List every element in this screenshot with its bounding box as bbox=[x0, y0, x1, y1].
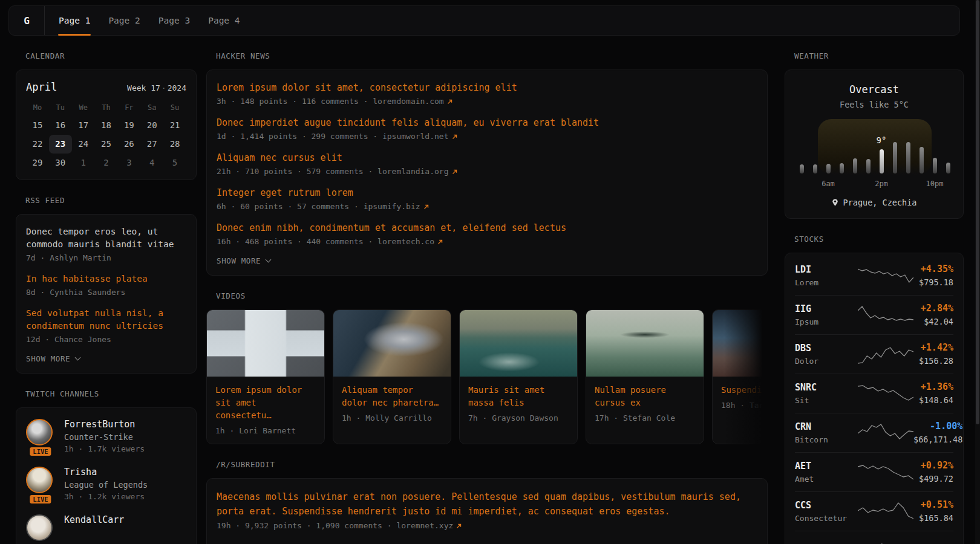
stock-symbol: IIG bbox=[795, 303, 858, 314]
stock-symbol-block: SNRCSit bbox=[795, 382, 858, 405]
hn-item-title[interactable]: Donec enim nibh, condimentum et accumsan… bbox=[217, 221, 757, 235]
rss-show-more-label: SHOW MORE bbox=[26, 354, 70, 363]
rss-item: Donec tempor eros leo, ut commodo mauris… bbox=[26, 225, 186, 262]
video-meta: 17h · Stefan Cole bbox=[595, 413, 695, 423]
twitch-card: LIVEForrestBurtonCounter-Strike1h · 1.7k… bbox=[16, 407, 197, 544]
rss-item: In hac habitasse platea8d · Cynthia Saun… bbox=[26, 273, 186, 297]
stock-symbol-block: LDILorem bbox=[795, 264, 858, 287]
calendar-day-header: We bbox=[72, 99, 95, 116]
video-thumbnail bbox=[713, 310, 768, 377]
tab-page-1[interactable]: Page 1 bbox=[50, 6, 99, 35]
calendar-day: 19 bbox=[117, 116, 140, 135]
stock-change: +0.92% bbox=[913, 460, 953, 471]
stock-row[interactable]: DBSDolor+1.42%$156.28 bbox=[795, 335, 953, 374]
scrollbar[interactable] bbox=[975, 0, 980, 544]
calendar-day: 22 bbox=[26, 135, 49, 154]
twitch-channel-name: ForrestBurton bbox=[64, 419, 145, 430]
video-meta: 1h · Molly Carrillo bbox=[342, 413, 442, 423]
hn-item: Donec enim nibh, condimentum et accumsan… bbox=[217, 221, 757, 246]
stock-row[interactable]: SNRCSit+1.36%$148.64 bbox=[795, 374, 953, 413]
stock-sparkline bbox=[858, 343, 913, 366]
hn-show-more-button[interactable]: SHOW MORE bbox=[217, 256, 270, 265]
calendar-day-header: Tu bbox=[49, 99, 72, 116]
hn-item: Aliquam nec cursus elit21h · 710 points … bbox=[217, 151, 757, 176]
stock-symbol: AET bbox=[795, 461, 858, 471]
stock-row[interactable]: LDILorem+4.35%$795.18 bbox=[795, 256, 953, 296]
calendar-day-header: Fr bbox=[117, 99, 140, 116]
twitch-channel-info: ForrestBurtonCounter-Strike1h · 1.7k vie… bbox=[64, 419, 145, 453]
weather-bar bbox=[813, 164, 817, 173]
video-card[interactable]: Nullam posuere cursus ex17h · Stefan Col… bbox=[586, 309, 704, 444]
video-card[interactable]: Lorem ipsum dolor sit amet consectetu…1h… bbox=[206, 309, 325, 444]
hn-item-meta: 3h · 148 points · 116 comments · loremdo… bbox=[217, 97, 757, 106]
calendar-week-year: Week 17·2024 bbox=[127, 83, 186, 92]
hn-item-title[interactable]: Integer eget rutrum lorem bbox=[217, 186, 757, 199]
calendar-day-headers: MoTuWeThFrSaSu bbox=[26, 99, 186, 116]
subreddit-section-title: /R/SUBREDDIT bbox=[216, 460, 768, 469]
app-logo[interactable]: G bbox=[9, 6, 44, 35]
calendar-day: 23 bbox=[49, 135, 72, 154]
page-tabs: Page 1Page 2Page 3Page 4 bbox=[50, 6, 249, 35]
scrollbar-thumb[interactable] bbox=[976, 0, 979, 424]
rss-card: Donec tempor eros leo, ut commodo mauris… bbox=[16, 214, 197, 374]
calendar-week-label: Week 17 bbox=[127, 83, 160, 92]
left-column: CALENDAR April Week 17·2024 MoTuWeThFrSa… bbox=[16, 51, 197, 544]
hn-show-more-label: SHOW MORE bbox=[217, 256, 261, 265]
external-link-icon bbox=[452, 134, 457, 140]
stock-row[interactable]: CCSConsectetur+0.51%$165.84 bbox=[795, 492, 953, 531]
stock-row[interactable]: AETAmet+0.92%$499.72 bbox=[795, 453, 953, 492]
tab-page-4[interactable]: Page 4 bbox=[199, 6, 249, 35]
video-card[interactable]: Suspendisse diam18h · Tara bbox=[712, 309, 768, 444]
weather-condition: Overcast bbox=[795, 83, 953, 96]
stock-name: Ipsum bbox=[795, 317, 858, 326]
rss-item-title[interactable]: Sed volutpat nulla nisl, a condimentum n… bbox=[26, 307, 186, 332]
twitch-section-title: TWITCH CHANNELS bbox=[25, 389, 197, 398]
twitch-channel-game: Counter-Strike bbox=[64, 432, 145, 442]
video-card-body: Aliquam tempor dolor nec pharetra…1h · M… bbox=[333, 377, 451, 431]
reddit-post-meta: 19h · 9,932 points · 1,090 comments · lo… bbox=[217, 521, 757, 530]
rss-item-title[interactable]: In hac habitasse platea bbox=[26, 273, 186, 285]
stock-sparkline bbox=[858, 539, 913, 544]
weather-hourly-chart: 9°6am2pm10pm bbox=[795, 119, 953, 188]
calendar-day: 4 bbox=[140, 154, 163, 172]
video-thumbnail bbox=[207, 310, 324, 377]
video-card[interactable]: Mauris sit amet massa felis7h · Grayson … bbox=[459, 309, 578, 444]
calendar-day: 5 bbox=[163, 154, 186, 172]
rss-item-title[interactable]: Donec tempor eros leo, ut commodo mauris… bbox=[26, 225, 186, 251]
twitch-channel[interactable]: KendallCarr bbox=[26, 514, 186, 541]
tab-page-2[interactable]: Page 2 bbox=[99, 6, 149, 35]
hn-item-meta: 16h · 468 points · 440 comments · loremt… bbox=[217, 237, 757, 246]
rss-item-meta: 8d · Cynthia Saunders bbox=[26, 288, 186, 297]
reddit-post: Maecenas mollis pulvinar erat non posuer… bbox=[217, 490, 757, 530]
calendar-day: 1 bbox=[72, 154, 95, 172]
external-link-icon bbox=[452, 169, 457, 175]
twitch-avatar bbox=[26, 467, 53, 493]
video-card[interactable]: Aliquam tempor dolor nec pharetra…1h · M… bbox=[333, 309, 451, 444]
reddit-post-title[interactable]: Maecenas mollis pulvinar erat non posuer… bbox=[217, 490, 757, 519]
twitch-channel[interactable]: LIVEForrestBurtonCounter-Strike1h · 1.7k… bbox=[26, 419, 186, 453]
rss-show-more-button[interactable]: SHOW MORE bbox=[26, 354, 80, 363]
hn-item: Integer eget rutrum lorem6h · 60 points … bbox=[217, 186, 757, 211]
tab-page-3[interactable]: Page 3 bbox=[149, 6, 199, 35]
hn-item-title[interactable]: Donec imperdiet augue tincidunt felis al… bbox=[217, 116, 757, 129]
twitch-avatar-wrap bbox=[26, 514, 55, 541]
stocks-section-title: STOCKS bbox=[794, 235, 964, 244]
calendar-section-title: CALENDAR bbox=[25, 51, 197, 60]
hn-item-title[interactable]: Aliquam nec cursus elit bbox=[217, 151, 757, 164]
chevron-down-icon bbox=[75, 355, 81, 361]
video-card-body: Lorem ipsum dolor sit amet consectetu…1h… bbox=[207, 377, 324, 444]
stock-row[interactable]: IIGIpsum+2.84%$42.04 bbox=[795, 296, 953, 335]
weather-bar bbox=[853, 158, 857, 173]
main-content: CALENDAR April Week 17·2024 MoTuWeThFrSa… bbox=[16, 51, 980, 544]
hacker-news-section-title: HACKER NEWS bbox=[216, 51, 768, 60]
stock-row[interactable]: AHS+0.46% bbox=[795, 531, 953, 544]
stock-symbol: CCS bbox=[795, 500, 858, 511]
stock-row[interactable]: CRNBitcorn-1.00%$66,171.48 bbox=[795, 413, 953, 453]
weather-time-label: 10pm bbox=[926, 180, 944, 188]
video-card-body: Mauris sit amet massa felis7h · Grayson … bbox=[460, 377, 577, 431]
twitch-channel[interactable]: LIVETrishaLeague of Legends3h · 1.2k vie… bbox=[26, 467, 186, 501]
twitch-avatar-wrap: LIVE bbox=[26, 467, 55, 501]
stock-price: $42.04 bbox=[913, 317, 953, 326]
hn-item-title[interactable]: Lorem ipsum dolor sit amet, consectetur … bbox=[217, 81, 757, 94]
calendar-day: 29 bbox=[26, 154, 49, 172]
